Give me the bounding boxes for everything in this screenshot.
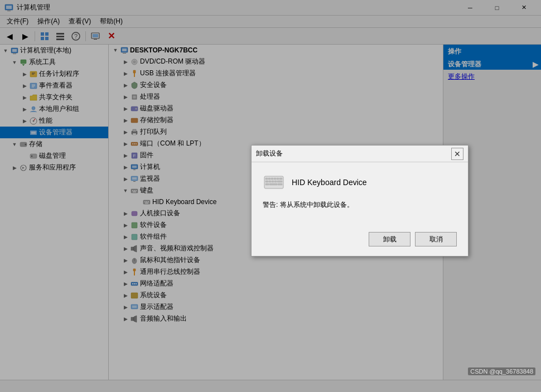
svg-rect-102 xyxy=(277,181,282,182)
dialog-keyboard-icon xyxy=(263,173,285,191)
uninstall-dialog: 卸载设备 ✕ xyxy=(251,145,468,257)
svg-rect-96 xyxy=(277,178,279,180)
modal-overlay: 卸载设备 ✕ xyxy=(0,0,541,392)
svg-rect-104 xyxy=(269,183,277,185)
svg-rect-94 xyxy=(271,178,273,180)
dialog-title-bar: 卸载设备 ✕ xyxy=(252,146,468,162)
dialog-title: 卸载设备 xyxy=(256,149,451,158)
svg-rect-100 xyxy=(272,181,274,182)
cancel-button[interactable]: 取消 xyxy=(415,232,457,246)
dialog-close-button[interactable]: ✕ xyxy=(451,148,463,160)
dialog-warning-text: 警告: 将从系统中卸载此设备。 xyxy=(263,200,457,210)
svg-rect-103 xyxy=(265,183,269,185)
dialog-device-row: HID Keyboard Device xyxy=(263,173,457,191)
dialog-body: HID Keyboard Device 警告: 将从系统中卸载此设备。 xyxy=(252,162,468,226)
dialog-buttons: 卸载 取消 xyxy=(252,226,468,255)
svg-rect-101 xyxy=(274,181,277,182)
dialog-device-name: HID Keyboard Device xyxy=(292,178,367,187)
uninstall-button[interactable]: 卸载 xyxy=(369,232,410,246)
svg-rect-97 xyxy=(279,178,282,180)
svg-rect-95 xyxy=(274,178,276,180)
svg-rect-92 xyxy=(265,178,268,180)
svg-rect-98 xyxy=(265,181,268,182)
svg-rect-105 xyxy=(278,183,282,185)
svg-rect-93 xyxy=(268,178,270,180)
svg-rect-99 xyxy=(269,181,271,182)
